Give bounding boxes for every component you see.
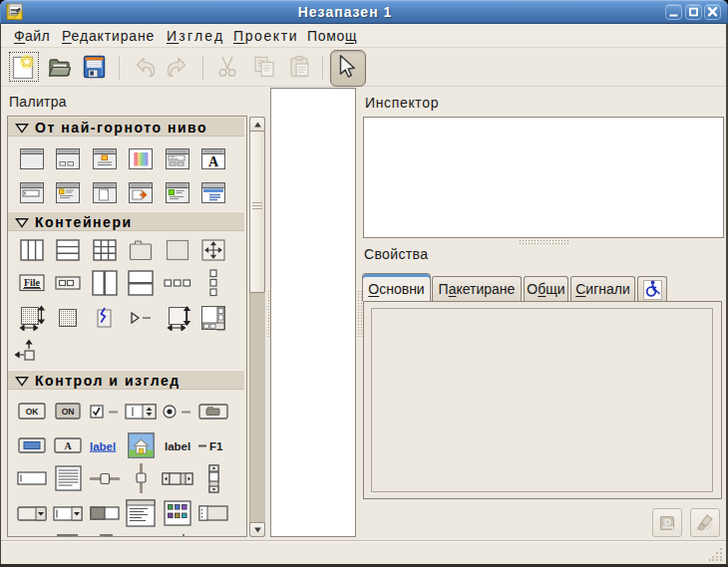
svg-text:ON: ON — [62, 407, 75, 417]
svg-text:D: D — [664, 516, 671, 527]
svg-text:A: A — [208, 154, 219, 169]
svg-text:label: label — [90, 440, 116, 452]
svg-text:label: label — [165, 440, 190, 452]
svg-text:OK: OK — [26, 407, 40, 417]
svg-text:File: File — [24, 277, 41, 288]
svg-text:F1: F1 — [209, 440, 223, 452]
svg-text:A: A — [64, 440, 72, 451]
